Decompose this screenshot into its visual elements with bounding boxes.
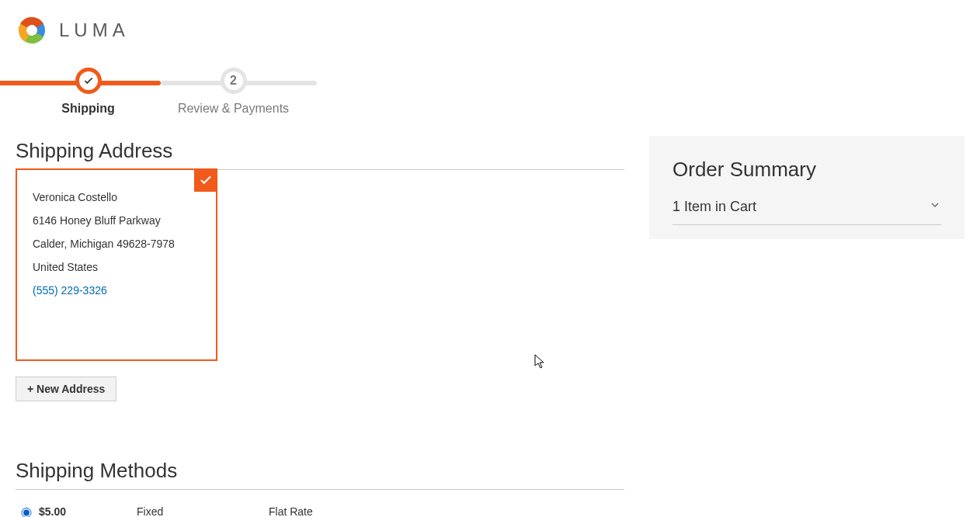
shipping-method-price: $5.00 [36,505,137,517]
address-street: 6146 Honey Bluff Parkway [33,209,200,232]
shipping-method-row[interactable]: $5.00 Fixed Flat Rate [16,490,624,517]
brand-name: LUMA [59,19,130,41]
cart-items-toggle[interactable]: 1 Item in Cart [672,193,941,225]
shipping-methods-title: Shipping Methods [16,459,624,483]
address-city: Calder, Michigan 49628-7978 [33,232,200,255]
selected-address-card[interactable]: Veronica Costello 6146 Honey Bluff Parkw… [16,168,217,361]
order-summary-title: Order Summary [672,158,941,182]
brand-mark-icon [16,14,48,47]
address-country: United States [33,255,200,279]
progress-step-label: Shipping [16,102,161,116]
progress-step-shipping[interactable]: Shipping [16,64,161,116]
new-address-button[interactable]: + New Address [16,376,116,401]
shipping-address-title: Shipping Address [16,139,624,163]
brand-logo[interactable]: LUMA [16,14,964,47]
order-summary-panel: Order Summary 1 Item in Cart [649,136,964,239]
progress-step-label: Review & Payments [161,102,306,116]
shipping-method-carrier: Flat Rate [269,505,624,517]
shipping-method-radio[interactable] [19,508,33,517]
progress-step-review[interactable]: 2 Review & Payments [161,64,306,116]
address-phone-link[interactable]: (555) 229-3326 [33,279,200,302]
checkout-progress: Shipping 2 Review & Payments [16,64,306,116]
shipping-method-name: Fixed [137,505,269,517]
progress-step-icon [75,68,102,94]
selected-check-icon [194,168,217,192]
cart-items-count: 1 Item in Cart [672,199,756,215]
address-name: Veronica Costello [33,186,200,209]
progress-step-number: 2 [221,68,247,94]
chevron-down-icon [929,199,941,215]
